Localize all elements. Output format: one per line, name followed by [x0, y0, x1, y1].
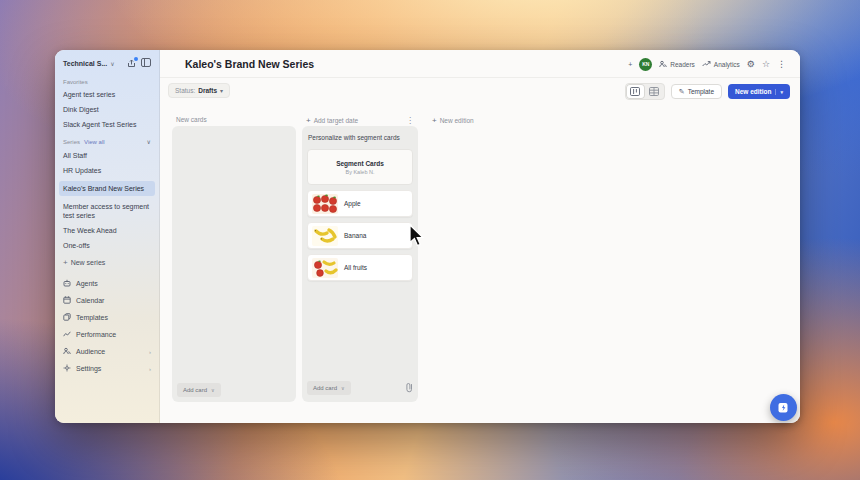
- avatar[interactable]: KN: [639, 58, 652, 71]
- view-toggle: [625, 83, 665, 100]
- plus-icon: +: [432, 116, 437, 125]
- new-edition-column-button[interactable]: + New edition: [432, 116, 474, 125]
- paperclip-icon[interactable]: [405, 379, 413, 397]
- add-target-date-button[interactable]: Add target date: [314, 117, 358, 124]
- analytics-button[interactable]: Analytics: [702, 60, 740, 69]
- segment-card-banana[interactable]: Banana: [307, 222, 413, 249]
- table-view-button[interactable]: [645, 84, 664, 99]
- invite-plus-button[interactable]: +: [628, 61, 632, 68]
- segment-card-all-fruits[interactable]: All fruits: [307, 254, 413, 281]
- card-label: Banana: [344, 232, 366, 239]
- mouse-cursor: [409, 224, 425, 252]
- sidebar: Technical S... ∨ Favorites Agent test se…: [55, 50, 160, 423]
- plus-icon: +: [63, 258, 68, 267]
- chevron-down-icon: ∨: [341, 385, 345, 391]
- new-edition-button[interactable]: New edition ▾: [728, 84, 790, 99]
- chevron-down-icon: ▾: [775, 89, 783, 95]
- template-button[interactable]: ✎ Template: [671, 84, 722, 99]
- trend-chart-icon: [63, 330, 71, 339]
- sidebar-item-agent-test-series[interactable]: Agent test series: [63, 90, 151, 99]
- calendar-icon: [63, 296, 71, 305]
- sidebar-item-performance[interactable]: Performance: [63, 330, 151, 339]
- workspace-name: Technical S...: [63, 60, 107, 67]
- segment-hint-text: Personalize with segment cards: [308, 134, 412, 141]
- column-title: New cards: [176, 116, 207, 123]
- add-card-label: Add card: [183, 387, 207, 393]
- chevron-down-icon: ▾: [220, 87, 223, 94]
- add-card-button[interactable]: Add card ∨: [307, 381, 351, 395]
- template-label: Template: [688, 88, 714, 95]
- column-new-cards: Add card ∨: [172, 126, 296, 402]
- help-widget-icon: [777, 401, 790, 414]
- sidebar-item-all-staff[interactable]: All Staff: [63, 151, 151, 160]
- deck-byline: By Kaleb N.: [345, 169, 374, 175]
- more-menu-icon[interactable]: ⋮: [777, 60, 786, 69]
- sidebar-item-slack-agent-test-series[interactable]: Slack Agent Test Series: [63, 120, 151, 129]
- status-value: Drafts: [198, 87, 217, 94]
- robot-icon: [63, 279, 71, 288]
- board-view-icon: [630, 87, 640, 96]
- add-card-button[interactable]: Add card ∨: [177, 383, 221, 397]
- sidebar-item-hr-updates[interactable]: HR Updates: [63, 166, 151, 175]
- sidebar-item-one-offs[interactable]: One-offs: [63, 241, 151, 250]
- sidebar-item-dink-digest[interactable]: Dink Digest: [63, 105, 151, 114]
- templates-icon: [63, 313, 71, 322]
- column-drafts: Personalize with segment cards Segment C…: [302, 126, 418, 402]
- sidebar-item-kaleos-brand-new-series[interactable]: Kaleo's Brand New Series: [59, 181, 155, 196]
- column-header-new-cards: New cards: [176, 116, 207, 123]
- series-section-label: Series: [63, 139, 80, 145]
- column-more-icon[interactable]: ⋮: [406, 116, 414, 125]
- add-card-label: Add card: [313, 385, 337, 391]
- view-all-link[interactable]: View all: [84, 139, 105, 145]
- sidebar-item-member-access[interactable]: Member access to segment test series: [63, 202, 151, 220]
- chevron-down-icon: ∨: [211, 387, 215, 393]
- chevron-down-icon[interactable]: ∨: [147, 138, 151, 145]
- app-window: Technical S... ∨ Favorites Agent test se…: [55, 50, 800, 423]
- page-header: Kaleo's Brand New Series + KN Readers An…: [160, 50, 800, 78]
- sidebar-item-week-ahead[interactable]: The Week Ahead: [63, 226, 151, 235]
- page-title: Kaleo's Brand New Series: [185, 58, 314, 70]
- share-icon[interactable]: [127, 59, 136, 68]
- mixed-fruits-thumbnail-image: [312, 258, 338, 278]
- pencil-icon: ✎: [679, 88, 685, 96]
- board-view-button[interactable]: [626, 84, 645, 99]
- nav-label: Calendar: [76, 297, 104, 304]
- chevron-down-icon: ∨: [110, 60, 114, 67]
- favorites-section-label: Favorites: [63, 79, 151, 85]
- segment-card-apple[interactable]: Apple: [307, 190, 413, 217]
- sidebar-item-agents[interactable]: Agents: [63, 279, 151, 288]
- chevron-right-icon: ›: [149, 366, 151, 372]
- nav-label: Audience: [76, 348, 105, 355]
- table-view-icon: [649, 87, 659, 96]
- sidebar-toggle-icon[interactable]: [141, 58, 151, 68]
- sidebar-item-settings[interactable]: Settings ›: [63, 364, 151, 373]
- nav-label: Settings: [76, 365, 101, 372]
- people-icon: [63, 347, 71, 356]
- toolbar: Status: Drafts ▾ ✎ Temp: [160, 78, 800, 104]
- segment-cards-deck[interactable]: Segment Cards By Kaleb N.: [307, 149, 413, 185]
- column-title: New edition: [440, 117, 474, 124]
- chevron-right-icon: ›: [149, 349, 151, 355]
- column-header-add-target-date: + Add target date ⋮: [306, 116, 414, 125]
- new-series-label: New series: [71, 259, 106, 266]
- apple-thumbnail-image: [312, 194, 338, 214]
- banana-thumbnail-image: [312, 226, 338, 246]
- readers-button[interactable]: Readers: [659, 60, 695, 69]
- people-icon: [659, 60, 667, 69]
- gear-icon: [63, 364, 71, 373]
- readers-label: Readers: [670, 61, 695, 68]
- sidebar-item-audience[interactable]: Audience ›: [63, 347, 151, 356]
- new-edition-label: New edition: [735, 88, 771, 95]
- status-filter[interactable]: Status: Drafts ▾: [168, 83, 230, 98]
- nav-label: Templates: [76, 314, 108, 321]
- analytics-label: Analytics: [714, 61, 740, 68]
- nav-label: Performance: [76, 331, 116, 338]
- card-label: Apple: [344, 200, 361, 207]
- workspace-switcher[interactable]: Technical S... ∨: [63, 58, 151, 68]
- settings-gear-icon[interactable]: ⚙: [747, 60, 755, 69]
- sidebar-item-templates[interactable]: Templates: [63, 313, 151, 322]
- new-series-button[interactable]: + New series: [63, 258, 151, 267]
- favorite-star-icon[interactable]: ☆: [762, 60, 770, 69]
- help-widget-button[interactable]: [770, 394, 797, 421]
- sidebar-item-calendar[interactable]: Calendar: [63, 296, 151, 305]
